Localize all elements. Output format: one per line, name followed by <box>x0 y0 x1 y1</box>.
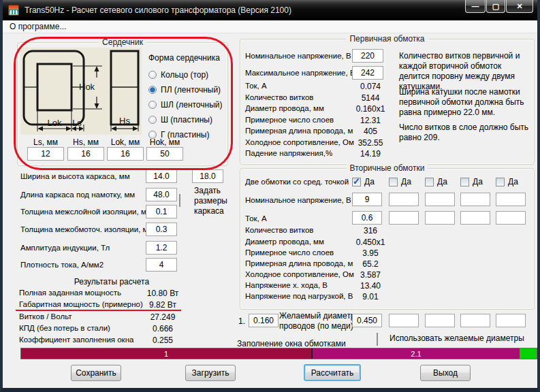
sec-current-input-5[interactable] <box>496 211 526 225</box>
da-label: Да <box>508 177 518 186</box>
app-icon <box>8 5 19 16</box>
frame-size-checkbox-label: Задать размеры каркаса <box>194 186 235 216</box>
primary-stat-label: Падение напряжения,% <box>245 149 332 157</box>
radio-shape-shl[interactable]: ШЛ (ленточный) <box>148 100 222 110</box>
menu-bar: О программе... <box>3 20 537 33</box>
radio-shape-sh[interactable]: Ш (пластины) <box>148 115 212 125</box>
desired-index-label: 1. <box>238 316 245 326</box>
desired-input-5[interactable] <box>496 314 526 327</box>
sec-current-input-4[interactable] <box>460 211 490 225</box>
result-value: 27.249 <box>132 312 193 322</box>
secondary-stat-label: Напряжение под нагрузкой, В <box>245 292 353 300</box>
radio-label: Ш (пластины) <box>161 115 212 125</box>
checkbox-icon <box>352 178 361 186</box>
desired-input-2[interactable] <box>389 314 419 327</box>
center-tap-checkbox-5[interactable]: Да <box>496 177 518 186</box>
sec-current-input-3[interactable] <box>425 211 455 225</box>
app-window: Trans50Hz - Расчет сетевого силового тра… <box>0 0 540 392</box>
exit-button[interactable]: Выход <box>420 365 471 381</box>
use-desired-checkbox[interactable] <box>377 333 378 346</box>
secondary-stat-value: 13.40 <box>340 281 401 291</box>
radio-shape-pl[interactable]: ПЛ (ленточный) <box>148 85 221 95</box>
title-bar: Trans50Hz - Расчет сетевого силового тра… <box>0 0 540 20</box>
maximize-button[interactable]: ▢ <box>486 0 505 13</box>
center-tap-checkbox-1[interactable]: Да <box>352 177 375 186</box>
max-voltage-input[interactable] <box>352 66 383 80</box>
param-label: Длина каркаса под намотку, мм <box>20 191 135 199</box>
ls-input[interactable] <box>27 147 64 161</box>
frame-size-checkbox[interactable] <box>179 195 180 207</box>
sec-voltage-input-2[interactable] <box>389 193 419 206</box>
frame-height-input[interactable] <box>192 169 223 183</box>
minimize-button[interactable]: — <box>465 0 486 13</box>
checkbox-icon <box>389 178 398 186</box>
induction-input[interactable] <box>146 241 177 255</box>
desired-input-4[interactable] <box>460 314 490 327</box>
calculate-button[interactable]: Рассчитать <box>304 364 361 381</box>
radio-icon <box>148 71 157 79</box>
param-label: Плотность тока, А/мм2 <box>20 261 104 269</box>
result-label: КПД (без потерь в стали) <box>19 324 110 332</box>
secondary-stat-label: Холодное сопротивление, Ом <box>245 270 354 278</box>
param-label: Ширина и высота каркаса, мм <box>20 172 130 180</box>
center-tap-checkbox-3[interactable]: Да <box>425 177 447 186</box>
fill-segment-2: 2.1 <box>313 348 520 359</box>
radio-icon <box>148 116 157 124</box>
annotation-underline <box>16 310 181 311</box>
desired-input-1[interactable] <box>352 314 382 327</box>
primary-stat-value: 14.19 <box>340 149 401 159</box>
hok-input[interactable] <box>146 147 183 161</box>
desired-diameter-label: Желаемый диаметр проводов (по меди) <box>279 311 355 331</box>
fill-segment-3 <box>520 348 537 359</box>
dim-label-lok: Lok <box>41 118 68 128</box>
dim-label-ls: Ls <box>71 118 83 128</box>
result-value: 0.255 <box>132 336 193 345</box>
radio-shape-ring[interactable]: Кольцо (тор) <box>148 70 208 80</box>
dim-field-label-ls: Ls, мм <box>27 137 64 147</box>
secondary-stat-label: Напряжение х. хода, В <box>245 281 328 289</box>
da-label: Да <box>401 177 411 186</box>
hs-input[interactable] <box>67 147 104 161</box>
nominal-voltage-input[interactable] <box>352 49 383 63</box>
sec-voltage-input-3[interactable] <box>425 193 455 206</box>
center-tap-label: Две обмотки со сред. точкой <box>245 178 349 186</box>
save-button[interactable]: Сохранить <box>71 365 121 381</box>
current-density-input[interactable] <box>146 258 177 272</box>
load-button[interactable]: Загрузить <box>185 365 236 381</box>
radio-icon <box>148 86 157 94</box>
desired-input-3[interactable] <box>425 314 455 327</box>
interlayer-insulation-input[interactable] <box>146 205 177 218</box>
secondary-group-title: Вторичные обмотки <box>240 163 534 173</box>
primary-group-title: Первичная обмотка <box>240 34 534 44</box>
center-tap-checkbox-2[interactable]: Да <box>389 177 411 186</box>
dim-field-label-hok: Hok, мм <box>146 137 183 147</box>
sec-current-input-2[interactable] <box>389 211 419 225</box>
primary-stat-label: Диаметр провода, мм <box>245 104 324 112</box>
da-label: Да <box>473 177 483 186</box>
fill-bar: 1 2.1 <box>20 348 537 359</box>
secondary-stat-value: 65.2 <box>340 259 401 269</box>
close-button[interactable]: ✕ <box>506 0 533 13</box>
radio-label: ПЛ (ленточный) <box>161 85 221 95</box>
sec-voltage-input-4[interactable] <box>460 193 490 206</box>
lok-input[interactable] <box>107 147 144 161</box>
sec-voltage-input-5[interactable] <box>496 193 526 206</box>
primary-field-label: Максимальное напряжение, В <box>245 69 355 77</box>
frame-length-input[interactable] <box>146 188 177 201</box>
menu-item-about[interactable]: О программе... <box>7 22 69 31</box>
frame-width-input[interactable] <box>146 169 177 183</box>
primary-stat-label: Холодное сопротивление, Ом <box>245 138 354 146</box>
sec-voltage-input-1[interactable] <box>352 193 382 206</box>
primary-stat-value: 352.55 <box>340 138 401 148</box>
interwinding-insulation-input[interactable] <box>146 223 177 236</box>
dim-field-label-hs: Hs, мм <box>67 137 104 147</box>
center-tap-checkbox-4[interactable]: Да <box>460 177 483 186</box>
primary-note: Количество витков первичной и каждой вто… <box>399 51 533 92</box>
checkbox-icon <box>179 194 180 207</box>
close-icon: ✕ <box>516 2 522 11</box>
result-label: Полная заданная мощность <box>19 289 121 297</box>
primary-stat-label: Количество витков <box>245 93 313 101</box>
sec-current-input-1[interactable] <box>352 211 382 225</box>
param-label: Толщина межобмоточ. изоляции, мм <box>20 225 153 233</box>
desired-index-input[interactable] <box>249 314 279 327</box>
